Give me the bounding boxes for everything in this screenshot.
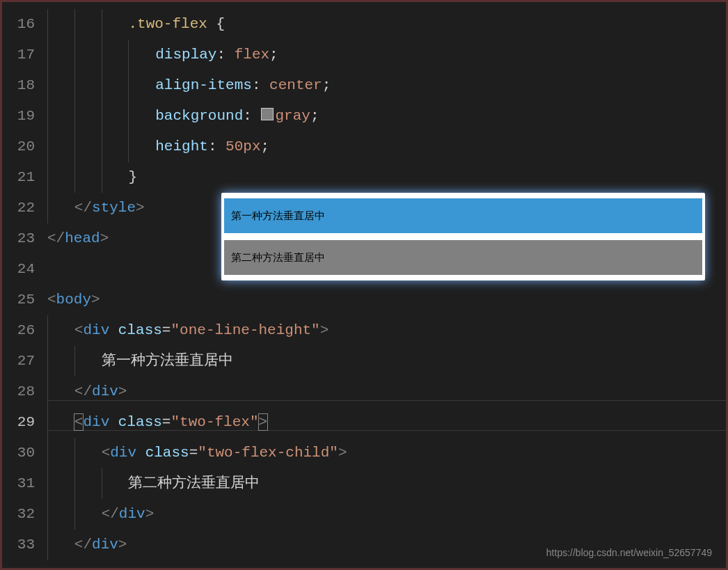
css-property: align-items xyxy=(155,77,252,93)
css-selector: .two-flex xyxy=(128,16,207,32)
css-property: background xyxy=(155,108,243,124)
line-number: 31 xyxy=(2,468,47,499)
preview-popup: 第一种方法垂直居中 第二种方法垂直居中 xyxy=(221,193,705,280)
preview-text: 第二种方法垂直居中 xyxy=(231,251,325,264)
brace: { xyxy=(207,16,225,32)
code-line[interactable]: <div class="two-flex-child"> xyxy=(47,438,726,468)
code-line[interactable]: <div class="two-flex"> xyxy=(47,407,726,438)
preview-row-two: 第二种方法垂直居中 xyxy=(224,240,702,275)
line-number: 17 xyxy=(2,40,47,70)
html-tag: body xyxy=(56,292,91,308)
html-tag: style xyxy=(92,200,136,216)
css-value: flex xyxy=(235,47,269,63)
html-tag: div xyxy=(92,383,118,399)
line-number: 28 xyxy=(2,377,47,407)
css-value: gray xyxy=(276,108,310,124)
code-line[interactable]: align-items: center; xyxy=(47,70,726,101)
text-content: 第一种方法垂直居中 xyxy=(102,353,233,369)
html-attr-value: "two-flex" xyxy=(171,414,258,430)
line-number: 19 xyxy=(2,101,47,132)
line-number: 27 xyxy=(2,346,47,377)
css-value: center xyxy=(269,77,322,93)
code-content[interactable]: .two-flex { display: flex; align-items: … xyxy=(47,2,726,568)
line-number: 20 xyxy=(2,132,47,162)
line-number: 30 xyxy=(2,438,47,468)
code-line[interactable]: <div class="one-line-height"> xyxy=(47,315,726,346)
line-number: 26 xyxy=(2,315,47,346)
code-line[interactable]: <body> xyxy=(47,285,726,315)
code-line[interactable]: .two-flex { xyxy=(47,9,726,40)
html-attr-value: "two-flex-child" xyxy=(198,445,338,461)
line-number: 23 xyxy=(2,223,47,254)
html-attr: class xyxy=(118,414,162,430)
html-tag: div xyxy=(119,506,145,522)
brace: } xyxy=(128,169,137,185)
html-tag: div xyxy=(83,414,109,430)
text-content: 第二种方法垂直居中 xyxy=(128,475,260,491)
preview-text: 第一种方法垂直居中 xyxy=(231,198,325,233)
html-tag: div xyxy=(110,445,136,461)
code-editor[interactable]: 16 17 18 19 20 21 22 23 24 25 26 27 28 2… xyxy=(2,2,726,568)
line-number: 32 xyxy=(2,499,47,530)
code-line[interactable]: 第一种方法垂直居中 xyxy=(47,346,726,377)
line-number: 16 xyxy=(2,9,47,40)
css-value: 50px xyxy=(225,138,260,155)
html-tag: head xyxy=(65,230,100,246)
code-line[interactable]: background: gray; xyxy=(47,101,726,132)
html-tag: div xyxy=(92,537,118,553)
html-attr: class xyxy=(145,445,189,461)
line-number: 24 xyxy=(2,254,47,285)
html-attr-value: "one-line-height" xyxy=(171,322,319,338)
line-number: 18 xyxy=(2,70,47,101)
html-attr: class xyxy=(118,322,162,338)
line-number: 25 xyxy=(2,285,47,315)
css-property: display xyxy=(155,47,216,63)
code-line[interactable]: 第二种方法垂直居中 xyxy=(47,468,726,499)
line-number-gutter: 16 17 18 19 20 21 22 23 24 25 26 27 28 2… xyxy=(2,2,47,568)
code-line[interactable]: </div> xyxy=(47,377,726,407)
code-line[interactable]: </div> xyxy=(47,499,726,530)
code-line[interactable]: } xyxy=(47,162,726,193)
color-swatch-icon[interactable] xyxy=(261,108,274,120)
watermark: https://blog.csdn.net/weixin_52657749 xyxy=(546,547,712,558)
line-number: 21 xyxy=(2,162,47,193)
css-property: height xyxy=(155,138,208,155)
line-number: 33 xyxy=(2,530,47,560)
html-tag: div xyxy=(83,322,109,338)
line-number: 29 xyxy=(2,407,47,438)
preview-row-one: 第一种方法垂直居中 xyxy=(224,198,702,233)
code-line[interactable]: height: 50px; xyxy=(47,132,726,162)
code-line[interactable]: display: flex; xyxy=(47,40,726,70)
line-number: 22 xyxy=(2,193,47,223)
